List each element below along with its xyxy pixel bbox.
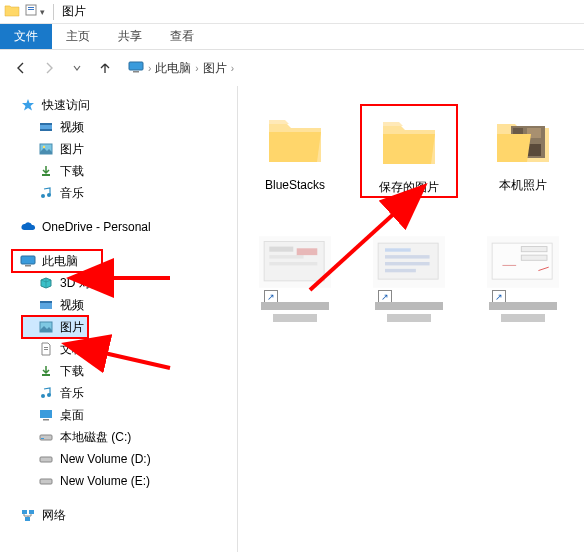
tree-onedrive[interactable]: OneDrive - Personal [0,216,237,238]
folder-item[interactable]: 本机照片 [476,106,570,196]
folder-item[interactable]: 保存的图片 [362,106,456,196]
image-shortcut-item[interactable]: ↗ [248,228,342,329]
cube-icon [38,275,54,291]
chevron-right-icon[interactable]: › [195,63,198,74]
tree-qa-video[interactable]: 视频 [0,116,237,138]
svg-point-9 [43,146,45,148]
tree-label: 桌面 [60,407,84,424]
nav-up-button[interactable] [94,57,116,79]
svg-rect-57 [501,314,545,322]
tab-home[interactable]: 主页 [52,24,104,49]
tree-this-pc[interactable]: 此电脑 [12,250,102,272]
image-thumb [487,228,559,296]
cloud-icon [20,219,36,235]
svg-rect-2 [28,9,34,10]
tree-pc-video[interactable]: 视频 [0,294,237,316]
tree-pc-downloads[interactable]: 下载 [0,360,237,382]
image-shortcut-item[interactable]: ↗ [362,228,456,329]
items-view[interactable]: BlueStacks 保存的图片 本机照片 ↗ [238,86,584,552]
svg-rect-31 [25,517,30,521]
tab-share[interactable]: 共享 [104,24,156,49]
crumb-current[interactable]: 图片 [203,60,227,77]
tree-qa-pictures[interactable]: 图片 [0,138,237,160]
svg-point-11 [41,194,45,198]
svg-rect-30 [29,510,34,514]
svg-rect-28 [40,479,52,484]
network-icon [20,507,36,523]
tree-pc-disk-c[interactable]: 本地磁盘 (C:) [0,426,237,448]
content-area: 快速访问 视频 图片 下载 音乐 OneDrive - Personal 此电脑 [0,86,584,552]
svg-rect-7 [40,129,52,131]
tree-pc-disk-d[interactable]: New Volume (D:) [0,448,237,470]
breadcrumb[interactable]: › 此电脑 › 图片 › [128,60,236,77]
svg-rect-41 [269,262,317,265]
tree-network[interactable]: 网络 [0,504,237,526]
svg-rect-4 [133,71,139,73]
item-label: BlueStacks [265,178,325,192]
svg-rect-48 [385,262,430,265]
download-icon [38,363,54,379]
tree-pc-pictures[interactable]: 图片 [22,316,88,338]
svg-rect-13 [21,256,35,264]
title-bar: ▾ 图片 [0,0,584,24]
svg-rect-40 [297,249,318,256]
nav-forward-button[interactable] [38,57,60,79]
tab-view[interactable]: 查看 [156,24,208,49]
image-shortcut-item[interactable]: ↗ [476,228,570,329]
tree-pc-documents[interactable]: 文档 [0,338,237,360]
nav-back-button[interactable] [10,57,32,79]
tree-label: 图片 [60,319,84,336]
qat-dropdown-icon[interactable]: ▾ [40,7,45,17]
chevron-right-icon[interactable]: › [231,63,234,74]
crumb-this-pc[interactable]: 此电脑 [155,60,191,77]
tree-pc-music[interactable]: 音乐 [0,382,237,404]
folder-icon [259,106,331,174]
tree-label: 此电脑 [42,253,78,270]
svg-point-21 [41,394,45,398]
svg-rect-3 [129,62,143,70]
tree-label: 音乐 [60,185,84,202]
desktop-icon [38,407,54,423]
download-icon [38,163,54,179]
tree-label: 快速访问 [42,97,90,114]
svg-rect-10 [42,174,50,176]
disk-icon [38,429,54,445]
nav-history-button[interactable] [66,57,88,79]
tree-pc-desktop[interactable]: 桌面 [0,404,237,426]
video-icon [38,297,54,313]
tree-label: 3D 对象 [60,275,103,292]
folder-icon [373,108,445,176]
tree-label: 视频 [60,119,84,136]
svg-rect-46 [385,249,411,252]
svg-rect-50 [375,302,443,310]
svg-rect-55 [521,256,547,261]
tree-pc-disk-e[interactable]: New Volume (E:) [0,470,237,492]
item-label: 保存的图片 [379,180,439,194]
tree-label: 文档 [60,341,84,358]
tree-quick-access[interactable]: 快速访问 [0,94,237,116]
item-label [369,300,449,329]
svg-rect-14 [25,265,31,267]
svg-rect-29 [22,510,27,514]
chevron-right-icon[interactable]: › [148,63,151,74]
svg-rect-38 [269,247,293,252]
item-label [255,300,335,329]
svg-rect-6 [40,123,52,125]
folder-preview-icon [487,106,559,174]
tree-pc-3d[interactable]: 3D 对象 [0,272,237,294]
tree-qa-music[interactable]: 音乐 [0,182,237,204]
svg-rect-1 [28,7,34,8]
file-tab[interactable]: 文件 [0,24,52,49]
tree-qa-downloads[interactable]: 下载 [0,160,237,182]
folder-item[interactable]: BlueStacks [248,106,342,196]
folder-icon [4,3,20,20]
address-bar: › 此电脑 › 图片 › [0,50,584,86]
tree-label: 本地磁盘 (C:) [60,429,131,446]
image-thumb [259,228,331,296]
tree-label: New Volume (D:) [60,452,151,466]
svg-rect-25 [40,435,52,440]
svg-rect-19 [44,349,48,350]
svg-rect-47 [385,256,430,259]
properties-icon[interactable] [24,3,38,20]
document-icon [38,341,54,357]
